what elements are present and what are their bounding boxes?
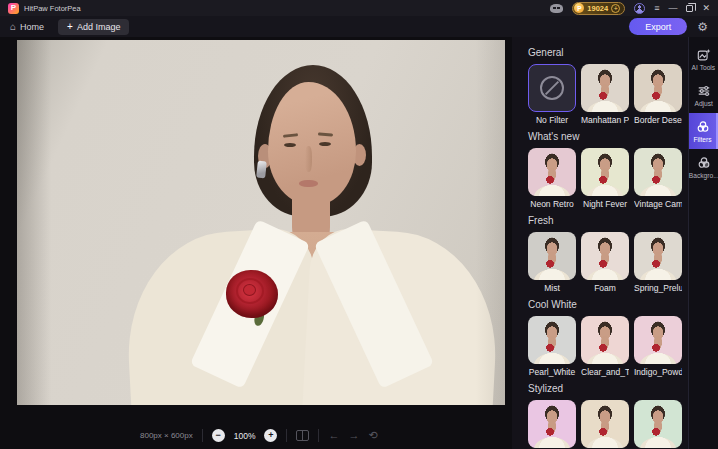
- filter-label: Pearl_White: [528, 367, 576, 377]
- add-coins-icon[interactable]: +: [611, 4, 620, 13]
- filter-card[interactable]: Spring_Prelude: [634, 232, 682, 293]
- home-label: Home: [20, 22, 44, 32]
- filter-label: Clear_and_Tran...: [581, 367, 629, 377]
- filter-thumbnail: [528, 232, 576, 280]
- filter-label: Vintage Camera: [634, 199, 682, 209]
- filter-cards-row: No Filter Manhattan Pro... Border Desert: [528, 64, 688, 125]
- tab-filters[interactable]: Filters: [689, 113, 718, 149]
- filter-preview-portrait: [634, 64, 682, 112]
- zoom-out-button[interactable]: −: [212, 429, 225, 442]
- filter-card[interactable]: Skin Awaken: [581, 400, 629, 449]
- tab-label: Backgro...: [689, 172, 718, 179]
- filter-thumbnail: [528, 148, 576, 196]
- add-image-button[interactable]: + Add Image: [58, 19, 129, 35]
- filter-label: Mist: [528, 283, 576, 293]
- filter-preview-portrait: [528, 400, 576, 448]
- filter-thumbnail: [528, 400, 576, 448]
- filter-thumbnail: [634, 64, 682, 112]
- filter-preview-portrait: [634, 400, 682, 448]
- section-title: Cool White: [528, 299, 688, 310]
- divider: [286, 429, 287, 442]
- filter-thumbnail: [581, 316, 629, 364]
- filter-card[interactable]: Vintage Camera: [634, 148, 682, 209]
- filter-section-cool-white: Cool White Pearl_White Clear_and_Tran...…: [528, 299, 688, 377]
- filter-cards-row: Summer Bubbl... Skin Awaken Green Lime: [528, 400, 688, 449]
- filter-card[interactable]: Foam: [581, 232, 629, 293]
- compare-icon[interactable]: [296, 430, 309, 441]
- divider: [202, 429, 203, 442]
- filter-thumbnail: [634, 148, 682, 196]
- filter-preview-portrait: [581, 316, 629, 364]
- zoom-in-button[interactable]: +: [264, 429, 277, 442]
- filters-panel: General No Filter Manhattan Pro... Borde…: [512, 37, 688, 449]
- reset-icon[interactable]: ⟲: [368, 430, 377, 441]
- filter-label: Spring_Prelude: [634, 283, 682, 293]
- coin-icon: P: [574, 3, 584, 13]
- background-icon: [697, 156, 711, 170]
- close-icon[interactable]: ✕: [702, 4, 710, 13]
- minimize-icon[interactable]: —: [668, 4, 677, 13]
- home-button[interactable]: ⌂ Home: [10, 22, 44, 32]
- app-title: HitPaw FotorPea: [24, 4, 81, 13]
- gear-icon[interactable]: ⚙: [697, 21, 708, 33]
- filter-card[interactable]: Green Lime: [634, 400, 682, 449]
- toolbar-right: Export ⚙: [629, 18, 708, 35]
- section-title: General: [528, 47, 688, 58]
- adjust-sliders-icon: [697, 84, 711, 98]
- menu-icon[interactable]: ≡: [654, 4, 659, 13]
- filter-card[interactable]: Night Fever: [581, 148, 629, 209]
- plus-icon: +: [67, 23, 73, 31]
- maximize-icon[interactable]: [686, 5, 693, 12]
- filter-label: No Filter: [528, 115, 576, 125]
- filter-thumbnail: [634, 316, 682, 364]
- titlebar-right: P 19024 + ≡ — ✕: [550, 2, 710, 15]
- filter-thumbnail: [634, 232, 682, 280]
- canvas-footer: 800px × 600px − 100% + ← → ⟲: [140, 429, 378, 442]
- coin-balance[interactable]: P 19024 +: [572, 2, 625, 15]
- photo-vignette: [17, 40, 505, 405]
- undo-icon[interactable]: ←: [328, 430, 339, 441]
- app-logo-icon: P: [8, 3, 19, 14]
- coin-count: 19024: [587, 4, 608, 13]
- filter-card[interactable]: Neon Retro: [528, 148, 576, 209]
- discord-icon[interactable]: [550, 4, 563, 13]
- editor-canvas[interactable]: 800px × 600px − 100% + ← → ⟲: [0, 37, 512, 449]
- filter-cards-row: Pearl_White Clear_and_Tran... Indigo_Pow…: [528, 316, 688, 377]
- filter-card[interactable]: Mist: [528, 232, 576, 293]
- toolbar: ⌂ Home + Add Image Export ⚙: [0, 16, 718, 37]
- filter-card[interactable]: Indigo_Powder: [634, 316, 682, 377]
- filter-label: Night Fever: [581, 199, 629, 209]
- filter-preview-portrait: [528, 148, 576, 196]
- filter-preview-portrait: [634, 316, 682, 364]
- filter-cards-row: Neon Retro Night Fever Vintage Camera: [528, 148, 688, 209]
- image-dimensions-label: 800px × 600px: [140, 431, 193, 440]
- titlebar: P HitPaw FotorPea P 19024 + ≡ — ✕: [0, 0, 718, 16]
- filter-preview-portrait: [581, 148, 629, 196]
- filter-label: Border Desert: [634, 115, 682, 125]
- export-button[interactable]: Export: [629, 18, 687, 35]
- tab-ai-tools[interactable]: AI Tools: [689, 41, 718, 77]
- filters-venn-icon: [696, 120, 710, 134]
- ai-tools-icon: [697, 48, 711, 62]
- filter-thumbnail: [528, 64, 576, 112]
- account-icon[interactable]: [634, 3, 645, 14]
- filter-card[interactable]: Manhattan Pro...: [581, 64, 629, 125]
- filter-card[interactable]: Pearl_White: [528, 316, 576, 377]
- tab-label: Adjust: [694, 100, 712, 107]
- redo-icon[interactable]: →: [348, 430, 359, 441]
- filter-card[interactable]: Summer Bubbl...: [528, 400, 576, 449]
- filter-card[interactable]: Clear_and_Tran...: [581, 316, 629, 377]
- filter-card[interactable]: Border Desert: [634, 64, 682, 125]
- filter-label: Neon Retro: [528, 199, 576, 209]
- section-title: Stylized: [528, 383, 688, 394]
- filter-preview-portrait: [581, 232, 629, 280]
- filter-cards-row: Mist Foam Spring_Prelude: [528, 232, 688, 293]
- tab-adjust[interactable]: Adjust: [689, 77, 718, 113]
- filter-card-no-filter[interactable]: No Filter: [528, 64, 576, 125]
- home-icon: ⌂: [10, 22, 16, 32]
- filter-section-stylized: Stylized Summer Bubbl... Skin Awaken Gre…: [528, 383, 688, 449]
- filter-thumbnail: [634, 400, 682, 448]
- tab-background[interactable]: Backgro...: [689, 149, 718, 185]
- portrait-photo[interactable]: [17, 40, 505, 405]
- toolbar-left: ⌂ Home + Add Image: [10, 19, 129, 35]
